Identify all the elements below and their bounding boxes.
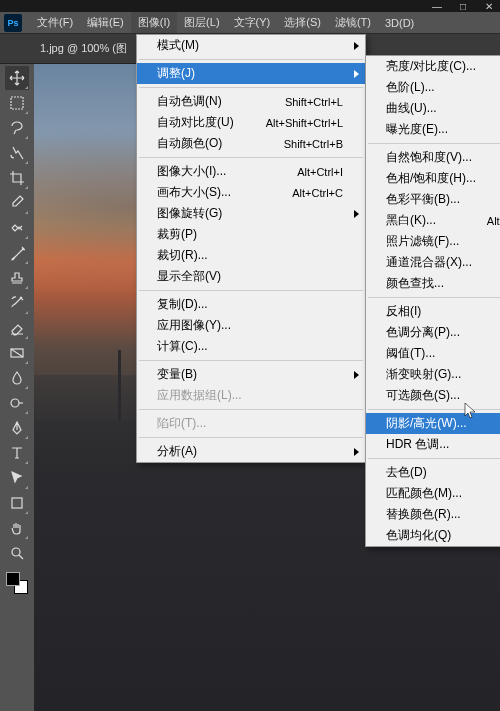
gradient-tool[interactable] [5, 341, 29, 365]
image-menu-item[interactable]: 变量(B) [137, 364, 365, 385]
adjust-menu-item[interactable]: 色调均化(Q) [366, 525, 500, 546]
adjust-menu-item[interactable]: 可选颜色(S)... [366, 385, 500, 406]
menu-item-label: 色调分离(P)... [386, 324, 460, 341]
submenu-arrow-icon [354, 42, 359, 50]
svg-point-2 [11, 399, 19, 407]
maximize-button[interactable]: □ [456, 1, 470, 12]
menu-选择[interactable]: 选择(S) [277, 12, 328, 33]
adjust-menu-item[interactable]: 颜色查找... [366, 273, 500, 294]
adjustments-submenu: 亮度/对比度(C)...色阶(L)...曲线(U)...曝光度(E)...自然饱… [365, 55, 500, 547]
adjust-menu-item[interactable]: 色相/饱和度(H)... [366, 168, 500, 189]
menu-separator [139, 87, 363, 88]
menu-编辑[interactable]: 编辑(E) [80, 12, 131, 33]
tools-panel [0, 64, 34, 711]
image-menu-item[interactable]: 裁剪(P) [137, 224, 365, 245]
path-select-tool[interactable] [5, 466, 29, 490]
menu-item-label: 自动色调(N) [157, 93, 222, 110]
eraser-tool[interactable] [5, 316, 29, 340]
image-menu-item[interactable]: 调整(J) [137, 63, 365, 84]
hand-tool[interactable] [5, 516, 29, 540]
menu-item-label: 曝光度(E)... [386, 121, 448, 138]
healing-tool[interactable] [5, 216, 29, 240]
image-menu-item[interactable]: 画布大小(S)...Alt+Ctrl+C [137, 182, 365, 203]
menu-文件[interactable]: 文件(F) [30, 12, 80, 33]
type-tool[interactable] [5, 441, 29, 465]
menu-图像[interactable]: 图像(I) [131, 12, 177, 33]
shape-tool[interactable] [5, 491, 29, 515]
image-menu-item[interactable]: 计算(C)... [137, 336, 365, 357]
crop-tool[interactable] [5, 166, 29, 190]
adjust-menu-item[interactable]: 去色(D)Shift [366, 462, 500, 483]
adjust-menu-item[interactable]: 色调分离(P)... [366, 322, 500, 343]
adjust-menu-item[interactable]: 渐变映射(G)... [366, 364, 500, 385]
adjust-menu-item[interactable]: 匹配颜色(M)... [366, 483, 500, 504]
image-menu-item[interactable]: 自动颜色(O)Shift+Ctrl+B [137, 133, 365, 154]
menu-图层[interactable]: 图层(L) [177, 12, 226, 33]
submenu-arrow-icon [354, 70, 359, 78]
adjust-menu-item[interactable]: 色阶(L)... [366, 77, 500, 98]
stamp-tool[interactable] [5, 266, 29, 290]
image-menu-item[interactable]: 复制(D)... [137, 294, 365, 315]
fg-color-swatch[interactable] [6, 572, 20, 586]
menu-item-label: 图像大小(I)... [157, 163, 226, 180]
zoom-tool[interactable] [5, 541, 29, 565]
document-tab[interactable]: 1.jpg @ 100% (图 [40, 41, 127, 56]
lasso-tool[interactable] [5, 116, 29, 140]
marquee-tool[interactable] [5, 91, 29, 115]
adjust-menu-item[interactable]: 自然饱和度(V)... [366, 147, 500, 168]
image-menu-item[interactable]: 模式(M) [137, 35, 365, 56]
quick-select-tool[interactable] [5, 141, 29, 165]
menu-3d[interactable]: 3D(D) [378, 14, 421, 32]
adjust-menu-item[interactable]: 通道混合器(X)... [366, 252, 500, 273]
close-button[interactable]: ✕ [482, 1, 496, 12]
adjust-menu-item[interactable]: 亮度/对比度(C)... [366, 56, 500, 77]
image-menu-item[interactable]: 图像旋转(G) [137, 203, 365, 224]
blur-tool[interactable] [5, 366, 29, 390]
menu-滤镜[interactable]: 滤镜(T) [328, 12, 378, 33]
menu-separator [139, 437, 363, 438]
submenu-arrow-icon [354, 448, 359, 456]
menu-separator [368, 297, 500, 298]
image-menu-item[interactable]: 分析(A) [137, 441, 365, 462]
image-menu-dropdown: 模式(M)调整(J)自动色调(N)Shift+Ctrl+L自动对比度(U)Alt… [136, 34, 366, 463]
menu-item-label: 黑白(K)... [386, 212, 436, 229]
menu-item-label: 去色(D) [386, 464, 427, 481]
brush-tool[interactable] [5, 241, 29, 265]
move-tool[interactable] [5, 66, 29, 90]
pen-tool[interactable] [5, 416, 29, 440]
menu-item-label: 匹配颜色(M)... [386, 485, 462, 502]
adjust-menu-item[interactable]: HDR 色调... [366, 434, 500, 455]
adjust-menu-item[interactable]: 阴影/高光(W)... [366, 413, 500, 434]
image-menu-item[interactable]: 显示全部(V) [137, 266, 365, 287]
adjust-menu-item[interactable]: 曝光度(E)... [366, 119, 500, 140]
adjust-menu-item[interactable]: 色彩平衡(B)... [366, 189, 500, 210]
menu-item-label: 变量(B) [157, 366, 197, 383]
menu-item-label: 模式(M) [157, 37, 199, 54]
adjust-menu-item[interactable]: 曲线(U)... [366, 98, 500, 119]
dodge-tool[interactable] [5, 391, 29, 415]
menu-item-label: 自动颜色(O) [157, 135, 222, 152]
adjust-menu-item[interactable]: 照片滤镜(F)... [366, 231, 500, 252]
mouse-cursor-icon [464, 402, 478, 420]
menu-shortcut: Alt+Ctrl+C [268, 187, 343, 199]
minimize-button[interactable]: — [430, 1, 444, 12]
image-menu-item[interactable]: 自动对比度(U)Alt+Shift+Ctrl+L [137, 112, 365, 133]
adjust-menu-item[interactable]: 替换颜色(R)... [366, 504, 500, 525]
image-menu-item[interactable]: 图像大小(I)...Alt+Ctrl+I [137, 161, 365, 182]
image-menu-item[interactable]: 自动色调(N)Shift+Ctrl+L [137, 91, 365, 112]
adjust-menu-item[interactable]: 阈值(T)... [366, 343, 500, 364]
menu-item-label: 陷印(T)... [157, 415, 206, 432]
menu-item-label: 图像旋转(G) [157, 205, 222, 222]
menubar: Ps 文件(F)编辑(E)图像(I)图层(L)文字(Y)选择(S)滤镜(T)3D… [0, 12, 500, 34]
image-menu-item[interactable]: 应用图像(Y)... [137, 315, 365, 336]
image-menu-item[interactable]: 裁切(R)... [137, 245, 365, 266]
adjust-menu-item[interactable]: 反相(I) [366, 301, 500, 322]
submenu-arrow-icon [354, 371, 359, 379]
adjust-menu-item[interactable]: 黑白(K)...Alt+Shi [366, 210, 500, 231]
history-brush-tool[interactable] [5, 291, 29, 315]
eyedropper-tool[interactable] [5, 191, 29, 215]
menu-separator [368, 458, 500, 459]
menu-文字[interactable]: 文字(Y) [227, 12, 278, 33]
menu-item-label: 裁切(R)... [157, 247, 208, 264]
color-swatches[interactable] [6, 572, 28, 594]
